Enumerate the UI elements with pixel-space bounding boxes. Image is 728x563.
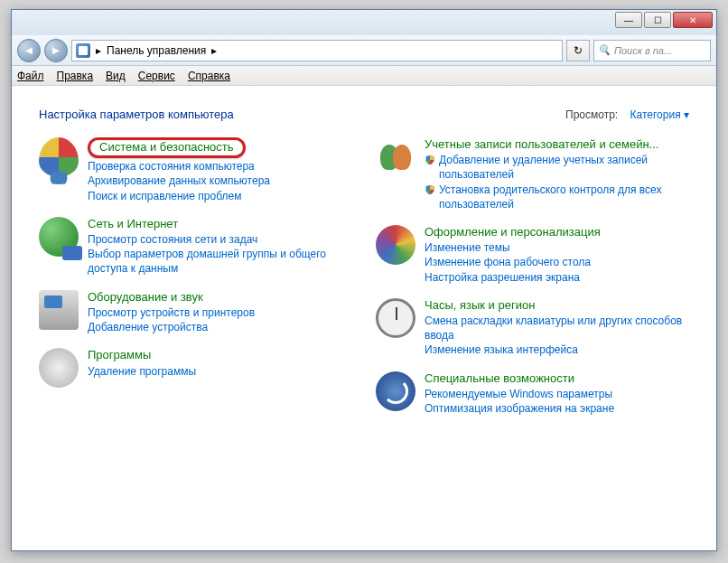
category-title-link[interactable]: Учетные записи пользователей и семейн... (425, 137, 689, 152)
category-sublink[interactable]: Смена раскладки клавиатуры или других сп… (425, 314, 689, 342)
breadcrumb-root[interactable]: Панель управления (107, 44, 206, 57)
category-sublink[interactable]: Выбор параметров домашней группы и общег… (88, 247, 352, 276)
category-item: Часы, язык и регионСмена раскладки клави… (376, 298, 689, 358)
category-title-link[interactable]: Программы (88, 348, 352, 362)
category-icon (376, 298, 415, 338)
category-icon (376, 225, 415, 265)
menu-file[interactable]: Файл (17, 70, 44, 82)
category-sublink[interactable]: Просмотр устройств и принтеров (88, 305, 352, 320)
category-icon (376, 371, 415, 411)
category-item: Оформление и персонализацияИзменение тем… (376, 225, 689, 285)
category-sublink[interactable]: Удаление программы (88, 364, 352, 379)
content-area: Настройка параметров компьютера Просмотр… (12, 86, 716, 550)
category-item: ПрограммыУдаление программы (39, 348, 352, 388)
category-sublink[interactable]: Архивирование данных компьютера (88, 174, 352, 188)
titlebar: — ☐ ✕ (12, 10, 716, 35)
nav-toolbar: ◄ ► ▸ Панель управления ▸ ↻ 🔍 Поиск в па… (12, 35, 716, 66)
category-icon (376, 137, 415, 177)
menu-view[interactable]: Вид (106, 70, 126, 82)
category-title-link[interactable]: Оборудование и звук (88, 290, 352, 305)
category-sublink[interactable]: Добавление устройства (88, 320, 352, 334)
view-mode: Просмотр: Категория ▾ (565, 108, 689, 121)
category-title-link[interactable]: Часы, язык и регион (425, 298, 689, 313)
control-panel-window: — ☐ ✕ ◄ ► ▸ Панель управления ▸ ↻ 🔍 Поис… (11, 9, 717, 551)
category-sublink[interactable]: Настройка разрешения экрана (425, 270, 689, 285)
category-sublink[interactable]: Поиск и исправление проблем (88, 189, 352, 203)
category-icon (39, 348, 79, 388)
maximize-button[interactable]: ☐ (644, 12, 671, 28)
forward-button[interactable]: ► (44, 39, 68, 62)
category-item: Специальные возможностиРекомендуемые Win… (376, 371, 689, 417)
category-sublink[interactable]: Установка родительского контроля для все… (425, 183, 689, 211)
minimize-button[interactable]: — (615, 12, 642, 28)
category-item: Система и безопасностьПроверка состояния… (39, 137, 352, 203)
close-button[interactable]: ✕ (673, 12, 713, 28)
view-mode-dropdown[interactable]: Категория ▾ (630, 108, 689, 121)
back-button[interactable]: ◄ (17, 39, 41, 62)
category-item: Учетные записи пользователей и семейн...… (376, 137, 689, 211)
search-icon: 🔍 (598, 44, 611, 56)
menu-help[interactable]: Справка (188, 70, 230, 82)
view-label: Просмотр: (565, 108, 618, 121)
category-sublink[interactable]: Оптимизация изображения на экране (425, 401, 689, 416)
content-header: Настройка параметров компьютера Просмотр… (39, 108, 689, 121)
category-sublink[interactable]: Проверка состояния компьютера (88, 159, 352, 174)
category-title-link[interactable]: Оформление и персонализация (425, 225, 689, 239)
refresh-button[interactable]: ↻ (566, 40, 590, 61)
category-icon (39, 290, 79, 330)
categories: Система и безопасностьПроверка состояния… (39, 137, 689, 416)
breadcrumb-sep: ▸ (211, 44, 217, 57)
category-icon (39, 217, 79, 257)
category-item: Сеть и ИнтернетПросмотр состояния сети и… (39, 217, 352, 277)
category-item: Оборудование и звукПросмотр устройств и … (39, 290, 352, 335)
category-sublink[interactable]: Рекомендуемые Windows параметры (425, 387, 689, 401)
right-column: Учетные записи пользователей и семейн...… (376, 137, 689, 416)
category-sublink[interactable]: Изменение темы (425, 240, 689, 255)
address-bar[interactable]: ▸ Панель управления ▸ (71, 40, 563, 61)
category-icon (39, 137, 79, 177)
page-title: Настройка параметров компьютера (39, 108, 234, 121)
menu-edit[interactable]: Правка (57, 70, 94, 82)
search-placeholder: Поиск в па... (614, 45, 672, 56)
category-title-link[interactable]: Специальные возможности (425, 371, 689, 386)
control-panel-icon (76, 43, 90, 58)
category-title-link[interactable]: Сеть и Интернет (88, 217, 352, 231)
left-column: Система и безопасностьПроверка состояния… (39, 137, 352, 416)
menu-tools[interactable]: Сервис (138, 70, 175, 82)
category-sublink[interactable]: Добавление и удаление учетных записей по… (425, 153, 689, 182)
category-title-link[interactable]: Система и безопасность (88, 137, 352, 158)
category-sublink[interactable]: Просмотр состояния сети и задач (88, 232, 352, 247)
breadcrumb-sep: ▸ (96, 44, 101, 57)
category-sublink[interactable]: Изменение фона рабочего стола (425, 255, 689, 269)
menu-bar: Файл Правка Вид Сервис Справка (12, 66, 716, 86)
category-sublink[interactable]: Изменение языка интерфейса (425, 342, 689, 357)
search-box[interactable]: 🔍 Поиск в па... (593, 40, 711, 61)
